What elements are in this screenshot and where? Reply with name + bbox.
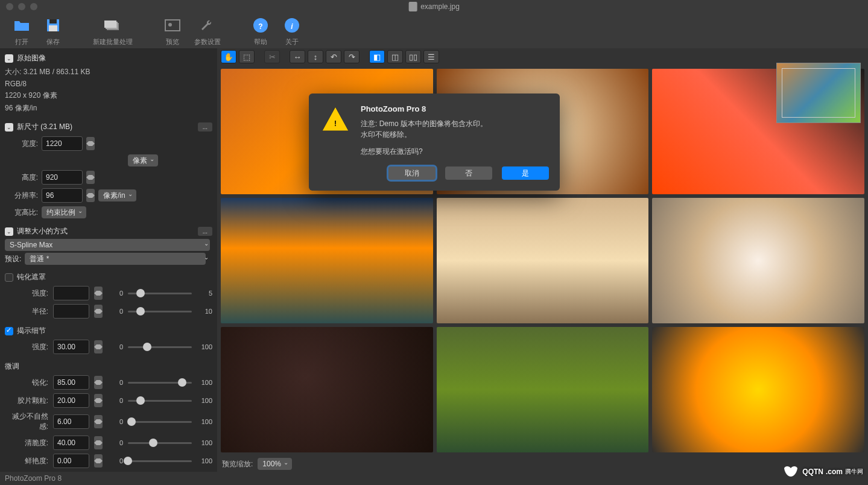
hand-tool-button[interactable]: ✋ <box>221 50 236 63</box>
settings-button[interactable]: 参数设置 <box>188 13 227 49</box>
main-toolbar: 打开 保存 新建批量处理 预览 参数设置 ? 帮助 i 关于 <box>0 13 868 48</box>
newsize-section-header[interactable]: ⌄ 新尺寸 (3.21 MB) ... <box>5 119 212 135</box>
detail-checkbox[interactable] <box>5 327 13 335</box>
rotate-cw-button[interactable]: ↷ <box>344 50 360 63</box>
image-tile <box>652 327 864 452</box>
spinner[interactable] <box>94 340 103 353</box>
image-tile <box>652 198 864 323</box>
preview-toolbar: ✋ ⬚ ✂ ↔ ↕ ↶ ↷ ◧ ◫ ▯▯ ☰ <box>217 48 868 65</box>
floppy-icon <box>43 16 63 35</box>
spinner[interactable] <box>94 436 103 449</box>
unsharp-intensity-slider[interactable] <box>128 293 192 294</box>
dpi-info: 96 像素/in <box>5 102 212 115</box>
image-tile <box>437 327 649 452</box>
thumbnail[interactable] <box>776 63 861 123</box>
chevron-down-icon: ⌄ <box>5 54 13 63</box>
height-input[interactable] <box>42 170 83 185</box>
view-single-button[interactable]: ◧ <box>369 50 385 63</box>
marquee-tool-button[interactable]: ⬚ <box>239 50 255 63</box>
unsharp-radius-input[interactable] <box>53 304 89 319</box>
preview-footer: 预览缩放: 100% <box>217 456 868 472</box>
view-side-button[interactable]: ▯▯ <box>405 50 421 63</box>
aspect-ratio-select[interactable]: 约束比例 <box>42 206 86 218</box>
crisp-slider[interactable] <box>128 442 192 444</box>
save-button[interactable]: 保存 <box>37 13 69 49</box>
folder-open-icon <box>12 16 31 35</box>
spinner[interactable] <box>94 305 103 318</box>
original-section-header[interactable]: ⌄ 原始图像 <box>5 51 212 66</box>
preview-button[interactable]: 预览 <box>157 13 188 49</box>
sidebar: ⌄ 原始图像 大小: 3.21 MB / 863.11 KB RGB/8 122… <box>0 48 217 472</box>
resize-method-header[interactable]: ⌄ 调整大小的方式 ... <box>5 224 212 239</box>
watermark: QQTN.com 腾牛网 <box>782 464 863 479</box>
no-button[interactable]: 否 <box>445 166 492 180</box>
svg-text:!: ! <box>334 119 337 128</box>
maximize-window-icon[interactable] <box>30 3 37 10</box>
unsharp-checkbox[interactable] <box>5 273 13 282</box>
detail-intensity-slider[interactable] <box>128 346 192 348</box>
unsharp-radius-slider[interactable] <box>128 311 192 312</box>
flip-v-button[interactable]: ↕ <box>308 50 323 63</box>
svg-rect-5 <box>104 21 116 28</box>
statusbar: PhotoZoom Pro 8 <box>0 472 868 485</box>
dims-info: 1220 x 920 像素 <box>5 89 212 102</box>
crop-tool-button[interactable]: ✂ <box>264 50 280 63</box>
titlebar: example.jpg <box>0 0 868 13</box>
flip-h-button[interactable]: ↔ <box>290 50 305 63</box>
height-spinner[interactable] <box>86 171 95 184</box>
open-button[interactable]: 打开 <box>6 13 37 49</box>
warning-icon: ! <box>320 104 351 136</box>
preset-select[interactable]: 普通 * <box>25 253 206 265</box>
unnatural-input[interactable] <box>53 414 89 429</box>
spinner[interactable] <box>94 415 103 428</box>
batch-button[interactable]: 新建批量处理 <box>87 13 139 49</box>
wrench-icon <box>198 16 217 35</box>
view-stack-button[interactable]: ☰ <box>423 50 439 63</box>
about-button[interactable]: i 关于 <box>276 13 308 49</box>
detail-intensity-input[interactable] <box>53 340 89 354</box>
chevron-down-icon: ⌄ <box>5 123 13 132</box>
close-window-icon[interactable] <box>6 3 13 10</box>
vivid-slider[interactable] <box>128 460 192 462</box>
more-button[interactable]: ... <box>198 227 212 236</box>
unsharp-intensity-input[interactable] <box>53 286 89 300</box>
resolution-input[interactable] <box>42 188 83 203</box>
size-unit-select[interactable]: 像素 <box>128 154 158 166</box>
dialog-title: PhotoZoom Pro 8 <box>361 104 549 113</box>
minimize-window-icon[interactable] <box>18 3 25 10</box>
resize-method-select[interactable]: S-Spline Max <box>5 239 210 251</box>
spinner[interactable] <box>94 376 103 389</box>
more-button[interactable]: ... <box>198 122 212 132</box>
file-icon <box>408 2 417 11</box>
yes-button[interactable]: 是 <box>502 166 549 180</box>
resolution-spinner[interactable] <box>86 189 95 202</box>
svg-rect-1 <box>49 19 57 24</box>
vivid-input[interactable] <box>53 454 89 468</box>
width-spinner[interactable] <box>86 137 95 150</box>
cancel-button[interactable]: 取消 <box>388 166 436 180</box>
spinner[interactable] <box>94 454 103 468</box>
view-split-button[interactable]: ◫ <box>387 50 403 63</box>
zoom-select[interactable]: 100% <box>258 458 292 470</box>
rotate-ccw-button[interactable]: ↶ <box>326 50 341 63</box>
help-icon: ? <box>251 16 270 35</box>
spinner[interactable] <box>94 287 103 300</box>
crisp-input[interactable] <box>53 436 89 450</box>
unnatural-slider[interactable] <box>128 421 192 423</box>
bull-icon <box>782 464 800 479</box>
sharpen-input[interactable] <box>53 375 89 390</box>
info-icon: i <box>282 16 302 35</box>
svg-rect-6 <box>165 20 180 31</box>
sharpen-slider[interactable] <box>128 382 192 384</box>
grain-input[interactable] <box>53 393 89 408</box>
help-button[interactable]: ? 帮助 <box>245 13 276 49</box>
window-title: example.jpg <box>420 2 460 11</box>
activation-dialog: ! PhotoZoom Pro 8 注意: Demo 版本中的图像将包含水印。 … <box>309 94 560 191</box>
resolution-unit-select[interactable]: 像素/in <box>98 189 136 201</box>
spinner[interactable] <box>94 394 103 407</box>
width-input[interactable] <box>42 136 83 151</box>
image-tile <box>437 198 649 323</box>
preview-icon <box>163 16 182 35</box>
batch-icon <box>103 16 122 35</box>
grain-slider[interactable] <box>128 400 192 402</box>
